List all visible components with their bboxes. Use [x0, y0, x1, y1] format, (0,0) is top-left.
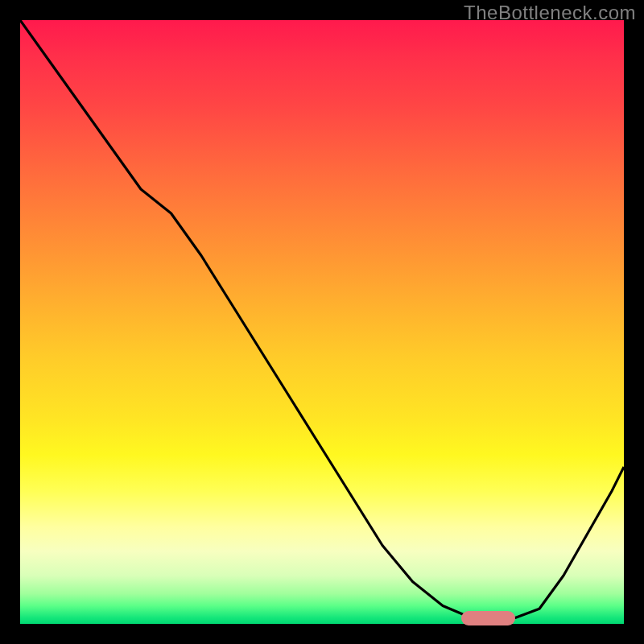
valley-marker: [461, 611, 516, 625]
curve-svg: [20, 20, 624, 624]
bottleneck-line: [20, 20, 624, 618]
watermark-text: TheBottleneck.com: [464, 2, 636, 24]
chart-area: [20, 20, 624, 624]
